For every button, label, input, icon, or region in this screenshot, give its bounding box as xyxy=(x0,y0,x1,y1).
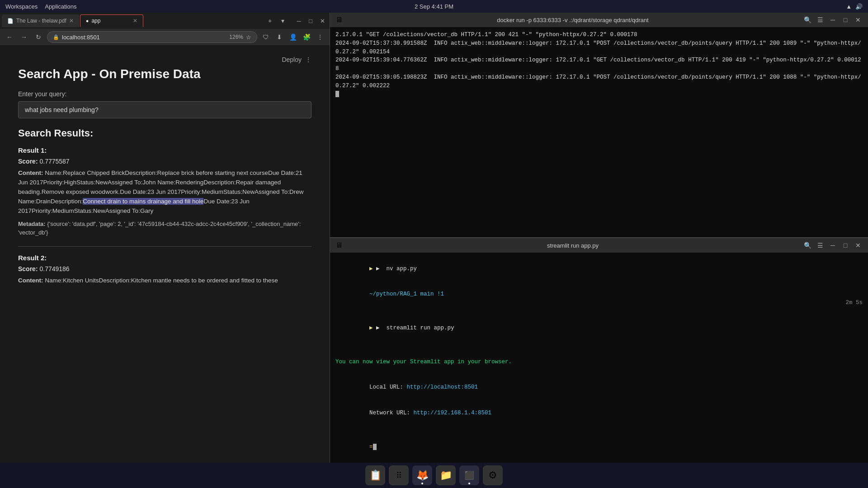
app-grid-icon: ⠿ xyxy=(396,470,402,480)
wifi-icon: ▲ xyxy=(846,3,852,10)
result-1-meta: Metadata: {'source': 'data.pdf', 'page':… xyxy=(18,220,311,237)
taskbar-folder[interactable]: 📁 xyxy=(436,465,456,485)
profile-btn[interactable]: 👤 xyxy=(287,31,299,43)
reload-btn[interactable]: ↻ xyxy=(33,31,44,43)
divider-1 xyxy=(18,246,311,247)
system-bar-datetime: 2 Sep 4:41 PM xyxy=(415,3,453,10)
zoom-badge[interactable]: 126% xyxy=(229,34,243,41)
terminal-streamlit-title: streamlit run app.py xyxy=(346,242,799,249)
taskbar: 📋 ⠿ 🦊 📁 ⬛ ⚙ xyxy=(0,463,868,488)
new-tab-btn[interactable]: + xyxy=(264,15,275,26)
terminal-streamlit-close[interactable]: ✕ xyxy=(854,241,863,250)
terminal-docker-title: docker run -p 6333:6333 -v .:/qdrant/sto… xyxy=(346,17,799,23)
result-2-content: Content: Name:Kitchen UnitsDescription:K… xyxy=(18,276,311,286)
term-line-4: 2024-09-02T15:39:05.198823Z INFO actix_w… xyxy=(335,73,863,90)
tab-actions: + ▾ ─ □ ✕ xyxy=(264,15,328,26)
tab-app[interactable]: ● app ✕ xyxy=(80,14,143,27)
terminal-side: 🖥 docker run -p 6333:6333 -v .:/qdrant/s… xyxy=(330,13,868,463)
term-prompt-1: ▶ ▶ nv app.py xyxy=(335,256,863,282)
browser-menu-btn[interactable]: ⋮ xyxy=(314,31,326,43)
result-1-score: Score: 0.7775587 xyxy=(18,158,311,165)
url-bar[interactable]: 🔒 localhost:8501 126% ☆ xyxy=(47,31,257,43)
tab-close-1[interactable]: ✕ xyxy=(69,18,74,24)
result-2-heading: Result 2: xyxy=(18,254,311,262)
term-blank-3 xyxy=(335,366,863,375)
term-path: ~/python/RAG_1 main !1 xyxy=(369,291,444,297)
file-manager-icon: 📋 xyxy=(369,469,382,481)
tab-icon-2: ● xyxy=(86,18,89,23)
terminal-streamlit-search[interactable]: 🔍 xyxy=(803,241,812,250)
tab-list-btn[interactable]: ▾ xyxy=(277,15,288,26)
settings-icon: ⚙ xyxy=(488,469,497,481)
term-local-url-val: http://localhost:8501 xyxy=(407,384,478,390)
terminal-streamlit-maximize[interactable]: □ xyxy=(841,241,850,250)
taskbar-app-grid[interactable]: ⠿ xyxy=(389,465,409,485)
back-btn[interactable]: ← xyxy=(4,31,15,43)
term-blank-4 xyxy=(335,426,863,434)
terminal-docker-icon: 🖥 xyxy=(335,16,343,24)
url-bar-icons: 126% ☆ xyxy=(229,34,251,41)
system-bar-right: ▲ 🔊 xyxy=(846,3,863,10)
terminal-docker-menu[interactable]: ☰ xyxy=(816,15,825,24)
terminal-icon: ⬛ xyxy=(464,470,474,480)
term-network-url-val: http://192.168.1.4:8501 xyxy=(414,410,492,416)
app-title: Search App - On Premise Data xyxy=(18,67,311,81)
applications-menu[interactable]: Applications xyxy=(45,3,76,10)
query-input[interactable] xyxy=(18,101,311,118)
volume-icon: 🔊 xyxy=(855,3,863,10)
terminal-docker-minimize[interactable]: ─ xyxy=(828,15,837,24)
terminal-streamlit-menu[interactable]: ☰ xyxy=(816,241,825,250)
content-label-1: Content: xyxy=(18,169,43,176)
maximize-btn[interactable]: □ xyxy=(305,15,316,26)
terminal-docker-search[interactable]: 🔍 xyxy=(803,15,812,24)
terminal-streamlit-minimize[interactable]: ─ xyxy=(828,241,837,250)
tab-label-1: The Law - thelaw.pdf xyxy=(16,18,66,24)
term-line-3: 2024-09-02T15:39:04.776362Z INFO actix_w… xyxy=(335,56,863,73)
result-2-score: Score: 0.7749186 xyxy=(18,265,311,272)
term-blank-1 xyxy=(335,341,863,350)
taskbar-file-manager[interactable]: 📋 xyxy=(365,465,385,485)
deploy-btn[interactable]: Deploy xyxy=(282,56,302,63)
more-menu-btn[interactable]: ⋮ xyxy=(305,56,311,63)
term-blank-2 xyxy=(335,349,863,358)
taskbar-firefox[interactable]: 🦊 xyxy=(412,465,432,485)
close-btn-browser[interactable]: ✕ xyxy=(317,15,328,26)
workspaces-menu[interactable]: Workspaces xyxy=(5,3,38,10)
taskbar-settings[interactable]: ⚙ xyxy=(483,465,503,485)
meta-label-1: Metadata: xyxy=(18,221,46,227)
tab-close-2[interactable]: ✕ xyxy=(133,18,137,24)
term-prompt-2: ▶ ▶ streamlit run app.py xyxy=(335,315,863,341)
terminal-streamlit-titlebar: 🖥 streamlit run app.py 🔍 ☰ ─ □ ✕ xyxy=(330,238,868,253)
minimize-btn[interactable]: ─ xyxy=(293,15,304,26)
terminal-docker-maximize[interactable]: □ xyxy=(841,15,850,24)
download-btn[interactable]: ⬇ xyxy=(274,31,285,43)
result-1-heading: Result 1: xyxy=(18,146,311,154)
system-bar-left: Workspaces Applications xyxy=(5,3,76,10)
terminal-docker-close[interactable]: ✕ xyxy=(854,15,863,24)
browser-chrome: 📄 The Law - thelaw.pdf ✕ ● app ✕ + ▾ ─ □… xyxy=(0,13,330,45)
score-label-2: Score: xyxy=(18,265,38,272)
firefox-active-dot xyxy=(421,483,423,484)
browser-panel: 📄 The Law - thelaw.pdf ✕ ● app ✕ + ▾ ─ □… xyxy=(0,13,330,463)
taskbar-terminal[interactable]: ⬛ xyxy=(459,465,479,485)
url-text: localhost:8501 xyxy=(62,34,100,41)
forward-btn[interactable]: → xyxy=(18,31,30,43)
address-bar: ← → ↻ 🔒 localhost:8501 126% ☆ 🛡 ⬇ 👤 🧩 xyxy=(0,29,330,45)
firefox-icon: 🦊 xyxy=(416,469,429,481)
terminal-active-dot xyxy=(468,483,470,484)
extensions-btn[interactable]: 🧩 xyxy=(301,31,312,43)
terminal-docker-content: 2.17.0.1 "GET /collections/vector_db HTT… xyxy=(330,27,868,237)
tab-thelaw[interactable]: 📄 The Law - thelaw.pdf ✕ xyxy=(2,14,79,27)
term-cursor-top xyxy=(335,90,863,99)
shield-btn[interactable]: 🛡 xyxy=(260,31,272,43)
term-arrow-2: ▶ xyxy=(369,325,376,331)
term-final-arrow: = xyxy=(369,444,373,450)
term-local-url: Local URL: http://localhost:8501 xyxy=(335,375,863,400)
term-path-line: ~/python/RAG_1 main !1 2m 5s xyxy=(335,282,863,315)
star-icon[interactable]: ☆ xyxy=(246,34,251,41)
term-local-label: Local URL: xyxy=(369,384,403,390)
lock-icon: 🔒 xyxy=(53,34,59,40)
folder-icon: 📁 xyxy=(440,469,452,481)
tab-bar: 📄 The Law - thelaw.pdf ✕ ● app ✕ + ▾ ─ □… xyxy=(0,13,330,29)
meta-value-1: {'source': 'data.pdf', 'page': 2, '_id':… xyxy=(18,221,301,236)
